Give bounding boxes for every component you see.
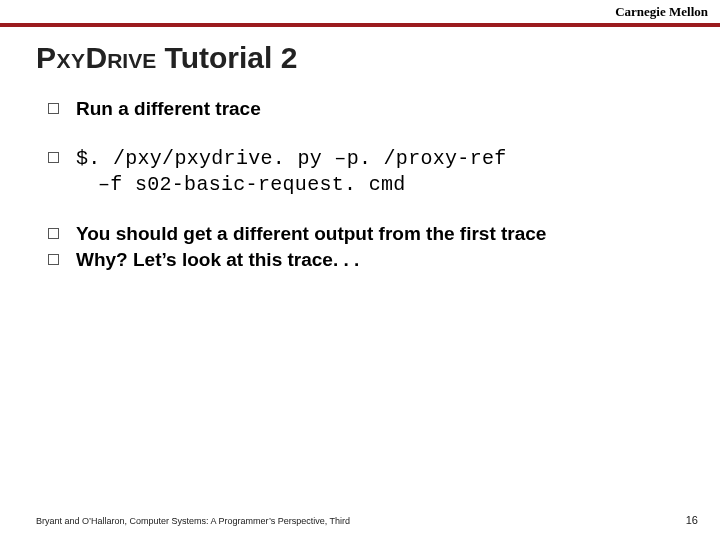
bullet-text: You should get a different output from t… (76, 223, 546, 244)
bullet-item: Why? Let’s look at this trace. . . (48, 248, 672, 273)
footer-citation: Bryant and O’Hallaron, Computer Systems:… (36, 516, 350, 526)
header-brand: Carnegie Mellon (615, 4, 708, 20)
bullet-list: Run a different trace $. /pxy/pxydrive. … (0, 85, 720, 273)
command-line-1: $. /pxy/pxydrive. py –p. /proxy-ref (76, 146, 672, 172)
title-rest: Tutorial 2 (156, 41, 297, 74)
bullet-item: $. /pxy/pxydrive. py –p. /proxy-ref –f s… (48, 146, 672, 198)
title-drive: Drive (86, 41, 157, 74)
title-pxy: Pxy (36, 41, 86, 74)
footer: Bryant and O’Hallaron, Computer Systems:… (36, 514, 698, 526)
header-bar: Carnegie Mellon (0, 0, 720, 27)
slide-title: PxyDrive Tutorial 2 (0, 27, 720, 85)
bullet-text: Why? Let’s look at this trace. . . (76, 249, 359, 270)
page-number: 16 (686, 514, 698, 526)
bullet-text: Run a different trace (76, 98, 261, 119)
bullet-item: You should get a different output from t… (48, 222, 672, 247)
command-line-2: –f s02-basic-request. cmd (76, 172, 672, 198)
bullet-item: Run a different trace (48, 97, 672, 122)
